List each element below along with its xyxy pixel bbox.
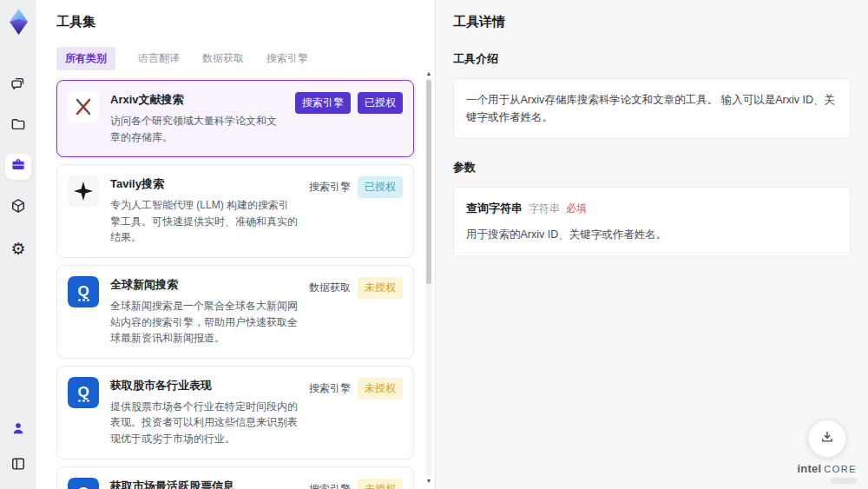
news-logo-icon: Q xyxy=(68,276,99,307)
category-tabs: 所有类别语言翻译数据获取搜索引擎 xyxy=(56,47,414,70)
auth-badge: 已授权 xyxy=(358,92,403,114)
tool-name: Tavily搜索 xyxy=(110,175,298,192)
tool-card[interactable]: Q 获取股市各行业表现 提供股票市场各个行业在特定时间段内的表现。投资者可以利用… xyxy=(56,366,414,459)
chat-icon xyxy=(10,75,27,96)
tool-card[interactable]: Q 全球新闻搜索 全球新闻搜索是一个聚合全球各大新闻网站内容的搜索引擎，帮助用户… xyxy=(56,265,414,359)
category-tab[interactable]: 数据获取 xyxy=(202,51,244,66)
intel-core-logo: intel core xyxy=(797,462,857,475)
scrollbar-track[interactable] xyxy=(426,78,431,477)
rail-bottom xyxy=(5,417,31,479)
tool-name: 获取市场最活跃股票信息 xyxy=(110,478,298,489)
sidebar-item-files[interactable] xyxy=(5,113,31,139)
app-logo xyxy=(7,8,30,36)
tool-description: 全球新闻搜索是一个聚合全球各大新闻网站内容的搜索引擎，帮助用户快速获取全球最新资… xyxy=(110,298,298,347)
auth-badge: 未授权 xyxy=(358,378,403,400)
cube-icon xyxy=(10,197,27,218)
param-type: 字符串 xyxy=(529,201,560,217)
param-card: 查询字符串 字符串 必填 用于搜索的Arxiv ID、关键字或作者姓名。 xyxy=(453,187,851,256)
tool-description: 专为人工智能代理 (LLM) 构建的搜索引擎工具。可快速提供实时、准确和真实的结… xyxy=(110,197,298,246)
gear-icon: ⚙ xyxy=(10,241,25,257)
sidebar-item-toolbox[interactable] xyxy=(5,154,31,180)
brand-watermark xyxy=(831,478,857,484)
arxiv-icon xyxy=(68,91,99,122)
tool-description: 访问各个研究领域大量科学论文和文章的存储库。 xyxy=(110,113,284,145)
scrollbar[interactable]: ▲ ▼ xyxy=(424,69,434,486)
intro-heading: 工具介绍 xyxy=(453,51,851,67)
sparkle-icon xyxy=(68,175,99,207)
panel-toggle-icon xyxy=(10,455,27,476)
sidebar-item-settings[interactable]: ⚙ xyxy=(5,235,31,261)
category-tab[interactable]: 所有类别 xyxy=(56,47,115,70)
auth-badge: 未授权 xyxy=(358,479,403,489)
svg-text:Q: Q xyxy=(77,283,89,300)
brand-core: core xyxy=(824,464,857,474)
brand-intel: intel xyxy=(797,462,821,475)
left-rail: ⚙ xyxy=(0,0,36,489)
category-badge: 搜索引擎 xyxy=(309,176,351,198)
svg-text:Q: Q xyxy=(77,485,89,489)
tool-name: 获取股市各行业表现 xyxy=(110,377,298,393)
category-tab[interactable]: 语言翻译 xyxy=(138,51,180,66)
tool-list: Arxiv文献搜索 访问各个研究领域大量科学论文和文章的存储库。 搜索引擎 已授… xyxy=(56,80,414,489)
page-title: 工具集 xyxy=(56,14,414,30)
sidebar-item-account[interactable] xyxy=(5,417,31,443)
params-heading: 参数 xyxy=(453,160,851,175)
user-avatar-icon xyxy=(10,420,27,440)
tool-name: Arxiv文献搜索 xyxy=(110,91,284,108)
param-head: 查询字符串 字符串 必填 xyxy=(466,200,838,218)
tool-description: 提供股票市场各个行业在特定时间段内的表现。投资者可以利用这些信息来识别表现优于或… xyxy=(110,399,298,447)
param-name: 查询字符串 xyxy=(466,200,523,218)
intro-text-box: 一个用于从Arxiv存储库搜索科学论文和文章的工具。 输入可以是Arxiv ID… xyxy=(453,78,851,139)
category-badge: 搜索引擎 xyxy=(309,378,351,400)
sidebar-item-collapse[interactable] xyxy=(5,453,31,479)
category-badge: 搜索引擎 xyxy=(295,92,351,114)
details-title: 工具详情 xyxy=(453,14,851,30)
rail-nav: ⚙ xyxy=(5,72,31,261)
param-required-badge: 必填 xyxy=(566,201,587,217)
tool-card[interactable]: Q 获取市场最活跃股票信息 提供当天交易量最高的股票列表，投资者可以利用这些信息… xyxy=(56,466,414,489)
tools-panel: 工具集 所有类别语言翻译数据获取搜索引擎 Arxiv文献搜索 访问各个研究领域大… xyxy=(36,0,435,489)
news-logo-icon: Q xyxy=(68,377,99,408)
folder-icon xyxy=(10,116,27,136)
scroll-up-icon[interactable]: ▲ xyxy=(426,69,432,78)
tool-name: 全球新闻搜索 xyxy=(110,276,298,293)
tool-card[interactable]: Arxiv文献搜索 访问各个研究领域大量科学论文和文章的存储库。 搜索引擎 已授… xyxy=(56,80,414,157)
sidebar-item-packages[interactable] xyxy=(5,195,31,221)
category-tab[interactable]: 搜索引擎 xyxy=(266,51,308,66)
param-description: 用于搜索的Arxiv ID、关键字或作者姓名。 xyxy=(466,226,838,243)
download-icon xyxy=(819,429,835,448)
svg-text:Q: Q xyxy=(77,384,89,400)
category-badge: 数据获取 xyxy=(309,277,351,299)
briefcase-icon xyxy=(10,156,27,177)
details-panel: 工具详情 工具介绍 一个用于从Arxiv存储库搜索科学论文和文章的工具。 输入可… xyxy=(435,0,868,489)
category-badge: 搜索引擎 xyxy=(309,479,351,489)
auth-badge: 已授权 xyxy=(358,176,403,198)
tool-card[interactable]: Tavily搜索 专为人工智能代理 (LLM) 构建的搜索引擎工具。可快速提供实… xyxy=(56,164,414,258)
sidebar-item-chat[interactable] xyxy=(5,72,31,98)
download-button[interactable] xyxy=(808,420,846,458)
scrollbar-thumb[interactable] xyxy=(426,80,431,284)
corner-widgets: intel core xyxy=(797,420,857,484)
app-window: ⚙ xyxy=(0,0,868,489)
scroll-down-icon[interactable]: ▼ xyxy=(426,477,432,486)
auth-badge: 未授权 xyxy=(358,277,403,299)
news-logo-icon: Q xyxy=(68,478,99,489)
